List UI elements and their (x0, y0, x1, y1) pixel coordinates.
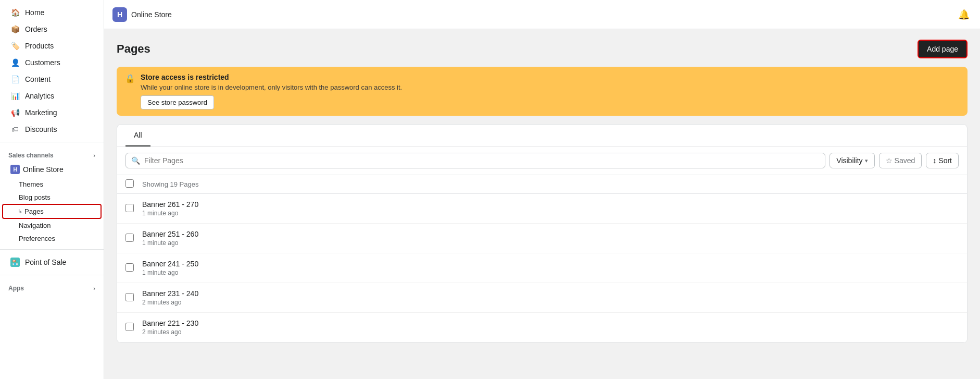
table-header: Showing 19 Pages (117, 175, 967, 194)
sidebar-sub-navigation[interactable]: Navigation (2, 219, 102, 232)
sidebar-item-point-of-sale[interactable]: 🏪 Point of Sale (2, 254, 102, 271)
customers-icon: 👤 (10, 58, 20, 67)
tabs-bar: All (117, 125, 967, 146)
row-title-1: Banner 251 - 260 (142, 230, 959, 238)
discounts-icon: 🏷 (10, 125, 20, 134)
sidebar-item-orders-label: Orders (25, 25, 47, 33)
sales-channels-section[interactable]: Sales channels › (0, 146, 104, 161)
orders-icon: 📦 (10, 25, 20, 34)
alert-body: While your online store is in developmen… (141, 83, 402, 91)
row-checkbox-col (125, 234, 142, 243)
row-main-3: Banner 231 - 240 2 minutes ago (142, 289, 959, 306)
filters-row: 🔍 Visibility ▾ ☆ Saved ↕ Sort (117, 146, 967, 175)
filter-pages-input[interactable] (144, 156, 820, 165)
topbar-right: 🔔 (956, 7, 972, 22)
sidebar-sub-preferences[interactable]: Preferences (2, 232, 102, 245)
sidebar-divider-1 (0, 142, 104, 142)
row-main-1: Banner 251 - 260 1 minute ago (142, 230, 959, 247)
sort-icon: ↕ (933, 156, 936, 165)
see-store-password-button[interactable]: See store password (141, 95, 214, 109)
visibility-label: Visibility (836, 156, 862, 165)
row-checkbox-col (125, 263, 142, 273)
alert-banner: 🔒 Store access is restricted While your … (117, 67, 968, 116)
sidebar-divider-3 (0, 275, 104, 275)
main-area: H Online Store 🔔 Pages Add page 🔒 Store … (104, 0, 980, 379)
analytics-icon: 📊 (10, 91, 20, 101)
topbar: H Online Store 🔔 (104, 0, 980, 29)
sidebar-sub-themes-label: Themes (19, 180, 43, 188)
sidebar-item-customers-label: Customers (25, 58, 60, 67)
content-area: Pages Add page 🔒 Store access is restric… (104, 29, 980, 379)
pos-icon: 🏪 (10, 258, 20, 267)
row-time-0: 1 minute ago (142, 210, 959, 217)
sort-label: Sort (938, 156, 952, 165)
row-checkbox-1[interactable] (125, 234, 134, 242)
row-main-0: Banner 261 - 270 1 minute ago (142, 200, 959, 217)
tab-all-label: All (134, 131, 142, 139)
row-checkbox-4[interactable] (125, 323, 134, 331)
row-time-3: 2 minutes ago (142, 299, 959, 306)
apps-label: Apps (8, 285, 24, 292)
sidebar-item-discounts-label: Discounts (25, 125, 57, 133)
apps-chevron: › (93, 285, 95, 291)
row-time-4: 2 minutes ago (142, 328, 959, 336)
header-checkbox-col (125, 179, 142, 189)
row-checkbox-2[interactable] (125, 263, 134, 272)
row-time-2: 1 minute ago (142, 269, 959, 276)
select-all-checkbox[interactable] (125, 179, 134, 188)
pages-card: All 🔍 Visibility ▾ ☆ Saved ↕ (117, 124, 968, 343)
sidebar-item-pos-label: Point of Sale (25, 258, 66, 266)
sidebar-item-products[interactable]: 🏷️ Products (2, 38, 102, 54)
table-row[interactable]: Banner 221 - 230 2 minutes ago (117, 313, 967, 343)
lock-icon: 🔒 (125, 74, 135, 83)
sidebar-item-discounts[interactable]: 🏷 Discounts (2, 121, 102, 138)
table-row[interactable]: Banner 261 - 270 1 minute ago (117, 194, 967, 224)
sidebar-item-content[interactable]: 📄 Content (2, 71, 102, 88)
sidebar-sub-blog-posts-label: Blog posts (19, 193, 51, 201)
row-main-4: Banner 221 - 230 2 minutes ago (142, 319, 959, 336)
topbar-store-name: Online Store (131, 10, 172, 19)
apps-section[interactable]: Apps › (0, 279, 104, 294)
alert-title: Store access is restricted (141, 73, 402, 81)
tab-all[interactable]: All (125, 125, 150, 146)
products-icon: 🏷️ (10, 41, 20, 51)
sidebar-sub-navigation-label: Navigation (19, 222, 51, 229)
sidebar-item-products-label: Products (25, 42, 54, 50)
logo-letter: H (117, 10, 122, 19)
sidebar: 🏠 Home 📦 Orders 🏷️ Products 👤 Customers … (0, 0, 104, 379)
sidebar-sub-pages[interactable]: ↳ Pages (2, 204, 102, 219)
sidebar-sub-pages-label: Pages (24, 207, 44, 215)
topbar-logo: H (112, 7, 127, 22)
star-icon: ☆ (886, 156, 893, 165)
row-checkbox-0[interactable] (125, 204, 134, 212)
page-header: Pages Add page (117, 40, 968, 58)
row-title-4: Banner 221 - 230 (142, 319, 959, 327)
sidebar-sub-blog-posts[interactable]: Blog posts (2, 191, 102, 204)
sidebar-sub-themes[interactable]: Themes (2, 178, 102, 191)
sales-channels-chevron: › (93, 152, 95, 158)
row-time-1: 1 minute ago (142, 239, 959, 247)
add-page-button[interactable]: Add page (918, 40, 968, 58)
saved-button[interactable]: ☆ Saved (879, 153, 922, 168)
saved-label: Saved (895, 156, 915, 165)
sidebar-item-analytics[interactable]: 📊 Analytics (2, 88, 102, 104)
sort-button[interactable]: ↕ Sort (926, 153, 959, 168)
visibility-chevron: ▾ (865, 157, 868, 164)
online-store-icon: H (10, 165, 20, 174)
sidebar-item-orders[interactable]: 📦 Orders (2, 21, 102, 38)
row-checkbox-3[interactable] (125, 293, 134, 301)
table-row[interactable]: Banner 251 - 260 1 minute ago (117, 224, 967, 253)
alert-content: Store access is restricted While your on… (141, 73, 402, 109)
notification-bell-button[interactable]: 🔔 (956, 7, 972, 22)
content-icon: 📄 (10, 75, 20, 84)
table-row[interactable]: Banner 231 - 240 2 minutes ago (117, 283, 967, 313)
sidebar-divider-2 (0, 249, 104, 250)
visibility-filter-button[interactable]: Visibility ▾ (830, 153, 874, 168)
row-title-2: Banner 241 - 250 (142, 260, 959, 268)
table-row[interactable]: Banner 241 - 250 1 minute ago (117, 253, 967, 283)
sidebar-item-customers[interactable]: 👤 Customers (2, 54, 102, 71)
sidebar-item-marketing[interactable]: 📢 Marketing (2, 104, 102, 121)
sidebar-item-home[interactable]: 🏠 Home (2, 4, 102, 21)
sidebar-item-online-store[interactable]: H Online Store (2, 161, 102, 178)
sidebar-item-home-label: Home (25, 8, 44, 17)
